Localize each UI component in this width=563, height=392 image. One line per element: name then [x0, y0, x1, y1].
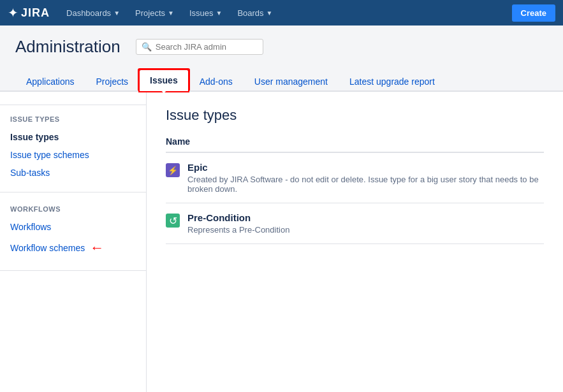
page-title: Administration [15, 37, 121, 57]
precondition-description: Represents a Pre-Condition [187, 225, 544, 235]
sidebar-item-subtasks[interactable]: Sub-tasks [0, 164, 146, 182]
sidebar: ISSUE TYPES Issue types Issue type schem… [0, 92, 147, 392]
nav-dashboards[interactable]: Dashboards ▼ [60, 0, 126, 25]
search-input[interactable] [156, 42, 258, 52]
table-row: ⚡ Epic Created by JIRA Software - do not… [166, 153, 544, 203]
search-box[interactable]: 🔍 [136, 39, 263, 55]
jira-logo-icon: ✦ [8, 5, 18, 20]
tab-usermgmt[interactable]: User management [244, 71, 339, 92]
table-header: Name [166, 136, 544, 153]
nav-boards[interactable]: Boards ▼ [231, 0, 279, 25]
nav-projects[interactable]: Projects ▼ [129, 0, 180, 25]
logo: ✦ JIRA [8, 5, 50, 20]
epic-name: Epic [187, 162, 544, 173]
precondition-icon: ↺ [166, 214, 180, 228]
nav-boards-label: Boards [237, 8, 263, 18]
nav-dashboards-label: Dashboards [66, 8, 111, 18]
nav-projects-chevron: ▼ [168, 10, 174, 17]
nav-issues[interactable]: Issues ▼ [183, 0, 228, 25]
logo-text: JIRA [21, 6, 50, 20]
nav-issues-chevron: ▼ [216, 10, 222, 17]
sidebar-section-issue-types: ISSUE TYPES Issue types Issue type schem… [0, 105, 146, 192]
precondition-name: Pre-Condition [187, 212, 544, 223]
sidebar-item-workflow-schemes[interactable]: Workflow schemes ← [0, 236, 146, 260]
nav-boards-chevron: ▼ [267, 10, 273, 17]
create-button[interactable]: Create [512, 4, 555, 22]
nav-projects-label: Projects [135, 8, 165, 18]
tab-issues[interactable]: Issues [139, 69, 189, 92]
sidebar-item-issue-types[interactable]: Issue types [0, 128, 146, 146]
precondition-info: Pre-Condition Represents a Pre-Condition [187, 212, 544, 235]
tab-upgradereport[interactable]: Latest upgrade report [339, 71, 446, 92]
epic-description: Created by JIRA Software - do not edit o… [187, 175, 544, 194]
search-icon: 🔍 [142, 42, 152, 52]
sidebar-item-issue-type-schemes[interactable]: Issue type schemes [0, 146, 146, 164]
content-title: Issue types [166, 107, 544, 124]
tab-applications[interactable]: Applications [15, 71, 85, 92]
main-content: ISSUE TYPES Issue types Issue type schem… [0, 92, 563, 392]
sidebar-item-workflows[interactable]: Workflows [0, 218, 146, 236]
tab-bar: Applications Projects Issues Add-ons Use… [0, 62, 563, 92]
sidebar-section-workflows: WORKFLOWS Workflows Workflow schemes ← [0, 205, 146, 271]
table-row: ↺ Pre-Condition Represents a Pre-Conditi… [166, 203, 544, 244]
epic-icon: ⚡ [166, 163, 180, 177]
epic-info: Epic Created by JIRA Software - do not e… [187, 162, 544, 194]
sidebar-workflow-schemes-label: Workflow schemes [10, 243, 85, 253]
admin-header: Administration 🔍 [0, 25, 563, 57]
sidebar-section-title-issue-types: ISSUE TYPES [0, 115, 146, 128]
nav-issues-label: Issues [189, 8, 214, 18]
content-area: Issue types Name ⚡ Epic Created by JIRA … [147, 92, 563, 392]
red-arrow-icon: ← [90, 240, 104, 256]
nav-dashboards-chevron: ▼ [113, 10, 120, 17]
tab-addons[interactable]: Add-ons [189, 71, 244, 92]
table-header-name: Name [166, 136, 421, 147]
sidebar-section-title-workflows: WORKFLOWS [0, 205, 146, 218]
top-nav: ✦ JIRA Dashboards ▼ Projects ▼ Issues ▼ … [0, 0, 563, 25]
tab-projects[interactable]: Projects [85, 71, 140, 92]
